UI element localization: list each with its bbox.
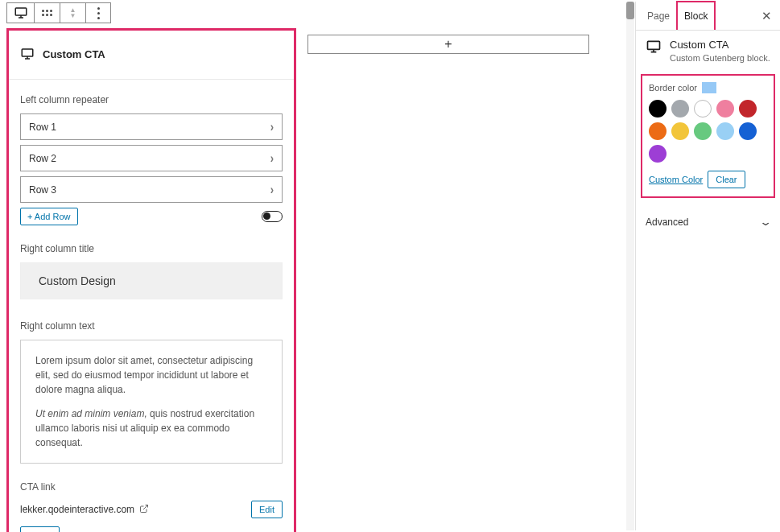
advanced-panel-toggle[interactable]: Advanced ⌄ [636,209,780,234]
repeater-row[interactable]: Row 2› [20,145,283,171]
more-icon [97,7,100,19]
right-text-label: Right column text [20,320,283,332]
move-up-down-button[interactable]: ▲▼ [60,3,86,23]
sidebar-tabs: Page Block ✕ [636,2,780,31]
edit-link-button[interactable]: Edit [251,501,283,518]
cta-link-url: lekker.qodeinteractive.com [20,504,149,516]
repeater-row[interactable]: Row 1› [20,113,283,140]
block-info-icon [646,39,662,55]
settings-sidebar: Page Block ✕ Custom CTA Custom Gutenberg… [635,2,780,530]
row-label: Row 1 [29,122,56,133]
selected-color-preview [702,82,716,93]
color-swatch[interactable] [739,122,757,140]
block-info: Custom CTA Custom Gutenberg block. [636,31,780,74]
reset-link-button[interactable]: Reset [20,526,60,532]
repeater-row[interactable]: Row 3› [20,176,283,203]
block-toolbar: ▲▼ [6,2,111,23]
color-swatches [649,100,767,163]
color-swatch[interactable] [671,100,689,118]
block-info-name: Custom CTA [670,39,770,51]
add-row-button[interactable]: + Add Row [20,208,78,225]
border-color-panel: Border color Custom Color Clear [641,74,775,198]
close-sidebar-button[interactable]: ✕ [761,9,772,23]
cta-link-label: CTA link [20,481,283,493]
external-link-icon[interactable] [139,504,149,516]
editor-scrollbar[interactable] [626,2,634,530]
color-swatch[interactable] [739,100,757,118]
custom-cta-block: Custom CTA Left column repeater Row 1›Ro… [6,28,296,532]
repeater-toggle[interactable] [262,211,283,222]
block-header: Custom CTA [20,47,283,61]
desktop-icon [14,6,28,20]
color-swatch[interactable] [649,122,667,140]
color-swatch[interactable] [716,100,734,118]
tab-block[interactable]: Block [676,1,716,30]
row-label: Row 2 [29,153,56,164]
chevron-down-icon: ⌄ [759,216,773,228]
color-swatch[interactable] [649,100,667,118]
color-swatch[interactable] [694,100,712,118]
color-swatch[interactable] [649,145,667,163]
chevron-right-icon: › [270,151,274,167]
divider [9,79,294,80]
richtext-p2: Ut enim ad minim veniam, quis nostrud ex… [35,406,267,450]
drag-icon [42,10,52,16]
block-info-sub: Custom Gutenberg block. [670,53,770,63]
scrollbar-thumb[interactable] [626,2,634,19]
svg-rect-1 [22,49,33,56]
clear-color-button[interactable]: Clear [708,171,745,188]
drag-handle-button[interactable] [35,3,60,23]
row-label: Row 3 [29,184,56,196]
svg-rect-0 [15,8,27,15]
cta-link-row: lekker.qodeinteractive.com Edit [20,501,283,518]
chevron-right-icon: › [270,119,274,135]
border-color-label: Border color [649,82,767,93]
right-title-input[interactable]: Custom Design [20,262,283,299]
more-options-button[interactable] [86,3,110,23]
tab-page[interactable]: Page [641,2,676,30]
up-down-icon: ▲▼ [70,7,76,19]
richtext-p1: Lorem ipsum dolor sit amet, consectetur … [35,353,267,397]
desktop-view-button[interactable] [7,3,35,23]
add-block-button[interactable]: + [307,35,589,54]
custom-color-link[interactable]: Custom Color [649,175,703,184]
block-icon [20,47,35,61]
color-swatch[interactable] [694,122,712,140]
color-swatch[interactable] [671,122,689,140]
block-title: Custom CTA [43,48,105,60]
color-swatch[interactable] [716,122,734,140]
svg-rect-2 [648,41,660,49]
right-title-label: Right column title [20,243,283,254]
chevron-right-icon: › [270,182,274,198]
left-repeater-label: Left column repeater [20,94,283,105]
right-text-input[interactable]: Lorem ipsum dolor sit amet, consectetur … [20,340,283,464]
